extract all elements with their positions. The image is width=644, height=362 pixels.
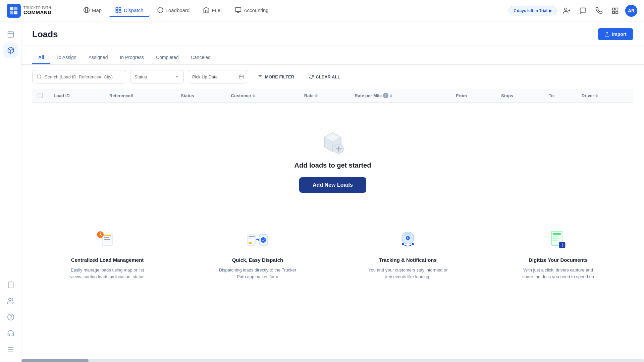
logo-area[interactable]: TRUCKER PATH COMMAND	[7, 4, 67, 18]
col-customer[interactable]: Customer	[226, 89, 299, 103]
page-header: Loads Import	[21, 21, 644, 46]
rate-sort-icon	[315, 94, 318, 97]
nav-grid-btn[interactable]	[609, 5, 621, 17]
svg-rect-46	[104, 239, 110, 240]
sidebar	[0, 21, 21, 362]
sidebar-item-box[interactable]	[3, 43, 18, 58]
svg-point-31	[37, 75, 41, 78]
clear-icon	[309, 74, 314, 79]
col-driver[interactable]: Driver	[576, 89, 633, 103]
tab-in-progress[interactable]: In Progress	[114, 51, 150, 64]
svg-rect-14	[616, 8, 618, 10]
svg-rect-3	[14, 11, 17, 14]
svg-rect-8	[116, 11, 118, 13]
rate-per-mile-info-icon[interactable]: i	[383, 93, 388, 98]
driver-sort-icon	[595, 94, 598, 97]
filters-area: Status Pick Up Date MORE FILTER CLEAR A	[21, 65, 644, 89]
nav-loadboard[interactable]: Loadboard	[151, 4, 196, 17]
svg-rect-33	[239, 75, 243, 79]
svg-rect-62	[553, 236, 559, 237]
scrollbar-thumb[interactable]	[21, 359, 89, 362]
svg-point-59	[412, 243, 414, 245]
col-from[interactable]: From	[450, 89, 495, 103]
loads-table: Load ID Reference# Status Customer	[32, 89, 633, 103]
svg-rect-61	[553, 233, 561, 235]
svg-rect-16	[612, 11, 614, 13]
main-content: Loads Import All To Assign Assigned In P…	[21, 21, 644, 362]
nav-add-driver-btn[interactable]	[561, 5, 573, 17]
col-rate-per-mile[interactable]: Rate per Mile i	[349, 89, 450, 103]
col-checkbox[interactable]	[32, 89, 48, 103]
status-filter[interactable]: Status	[130, 70, 184, 83]
svg-rect-50	[249, 236, 255, 237]
sidebar-item-menu[interactable]	[3, 342, 18, 357]
clear-all-button[interactable]: CLEAR ALL	[304, 70, 345, 83]
col-rate[interactable]: Rate	[299, 89, 350, 103]
tabs-area: All To Assign Assigned In Progress Compl…	[21, 46, 644, 65]
tab-to-assign[interactable]: To Assign	[50, 51, 83, 64]
nav-chat-btn[interactable]	[577, 5, 589, 17]
top-nav: TRUCKER PATH COMMAND Map Dispatch Loadbo…	[0, 0, 644, 21]
svg-rect-1	[14, 7, 17, 10]
nav-map[interactable]: Map	[77, 4, 108, 17]
svg-rect-22	[8, 282, 13, 288]
feature-card-tracking-desc: You and your customers stay informed of …	[368, 267, 448, 280]
nav-right: 7 days left in Trial ▶ AR	[508, 5, 637, 17]
more-filter-button[interactable]: MORE FILTER	[252, 70, 300, 83]
svg-rect-13	[612, 8, 614, 10]
nav-fuel[interactable]: Fuel	[197, 4, 227, 17]
svg-rect-0	[10, 7, 13, 10]
tab-assigned[interactable]: Assigned	[83, 51, 114, 64]
search-input[interactable]	[45, 74, 122, 79]
svg-rect-44	[104, 235, 111, 236]
col-status[interactable]: Status	[175, 89, 226, 103]
search-container[interactable]	[32, 70, 126, 83]
trial-badge[interactable]: 7 days left in Trial ▶	[508, 6, 557, 15]
rate-per-mile-sort-icon	[390, 94, 392, 97]
sidebar-item-calendar[interactable]	[3, 27, 18, 42]
col-load-id[interactable]: Load ID	[48, 89, 104, 103]
feature-card-dispatch: Quick, Easy Dispatch Dispatching loads d…	[211, 220, 305, 287]
svg-rect-64	[553, 240, 557, 241]
tracking-icon	[394, 226, 421, 253]
centralized-icon	[94, 226, 121, 253]
sidebar-item-help[interactable]	[3, 310, 18, 324]
svg-rect-7	[119, 11, 121, 13]
svg-point-57	[407, 237, 409, 239]
tab-canceled[interactable]: Canceled	[185, 51, 217, 64]
col-to[interactable]: To	[543, 89, 576, 103]
digitize-icon	[545, 226, 572, 253]
add-new-loads-button[interactable]: Add New Loads	[299, 177, 366, 193]
table-header-row: Load ID Reference# Status Customer	[32, 89, 633, 103]
nav-dispatch[interactable]: Dispatch	[109, 4, 149, 17]
empty-state: Add loads to get started Add New Loads	[21, 103, 644, 206]
import-button[interactable]: Import	[598, 28, 633, 40]
feature-card-digitize-title: Digitize Your Documents	[529, 257, 588, 263]
sidebar-item-tablet[interactable]	[3, 278, 18, 292]
trial-chevron: ▶	[549, 8, 552, 13]
feature-card-tracking-title: Tracking & Notifications	[379, 257, 437, 263]
tab-all[interactable]: All	[32, 51, 50, 64]
bottom-scrollbar[interactable]	[21, 359, 644, 362]
col-stops[interactable]: Stops	[496, 89, 543, 103]
svg-line-32	[40, 78, 41, 79]
sidebar-item-users[interactable]	[3, 294, 18, 308]
feature-card-tracking: Tracking & Notifications You and your cu…	[361, 220, 455, 287]
select-all-checkbox[interactable]	[38, 93, 43, 98]
svg-rect-54	[249, 242, 252, 244]
svg-rect-6	[119, 8, 121, 10]
logo-command: COMMAND	[23, 10, 52, 15]
filter-icon	[258, 74, 263, 79]
user-avatar[interactable]: AR	[625, 5, 637, 17]
date-filter[interactable]: Pick Up Date	[188, 70, 248, 83]
feature-card-centralized-desc: Easily manage loads using map or list vi…	[67, 267, 148, 280]
nav-phone-btn[interactable]	[593, 5, 605, 17]
customer-sort-icon	[253, 94, 255, 97]
sidebar-item-headset[interactable]	[3, 326, 18, 341]
nav-accounting[interactable]: Accounting	[229, 4, 274, 17]
svg-rect-9	[235, 8, 241, 12]
table-area: Load ID Reference# Status Customer	[21, 89, 644, 103]
col-reference[interactable]: Reference#	[104, 89, 175, 103]
svg-rect-15	[616, 11, 618, 13]
tab-completed[interactable]: Completed	[150, 51, 185, 64]
